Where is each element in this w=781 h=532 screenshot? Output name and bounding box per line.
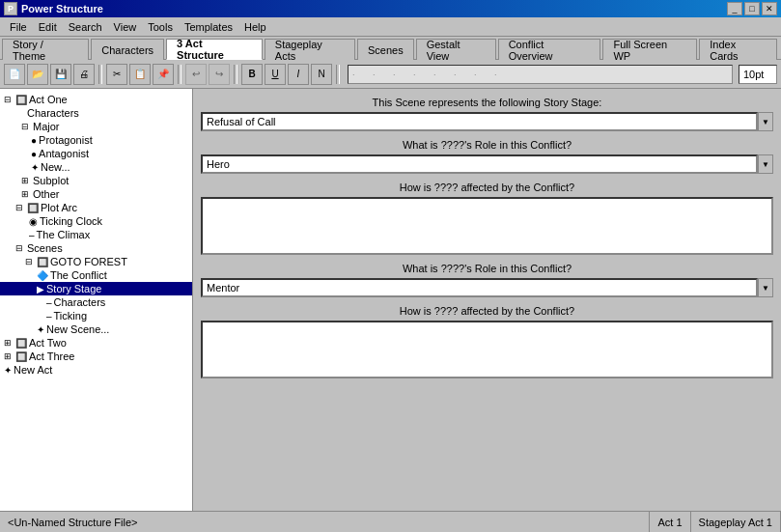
conflict1-role-arrow[interactable]: ▼ xyxy=(758,154,773,174)
conflict2-role-arrow[interactable]: ▼ xyxy=(758,278,773,297)
menu-templates[interactable]: Templates xyxy=(179,19,238,35)
normal-button[interactable]: N xyxy=(311,64,332,85)
new-button[interactable]: 📄 xyxy=(4,64,25,85)
tree-ticking[interactable]: – Ticking xyxy=(0,309,192,322)
tree-plot-arc[interactable]: ⊟ 🔲 Plot Arc xyxy=(0,201,192,214)
expand-forest-icon: ⊟ xyxy=(25,257,35,266)
tree-panel[interactable]: ⊟ 🔲 Act One Characters ⊟ Major ● Protago… xyxy=(0,89,193,511)
tree-ticking-clock[interactable]: ◉ Ticking Clock xyxy=(0,214,192,228)
tab-conflict[interactable]: Conflict Overview xyxy=(498,39,601,60)
scenes-folder-label: Scenes xyxy=(27,242,63,254)
menu-edit[interactable]: Edit xyxy=(33,19,63,35)
act-two-label: Act Two xyxy=(29,337,67,349)
story-stage-dropdown-row: Refusal of Call ▼ xyxy=(201,112,773,131)
tree-antagonist[interactable]: ● Antagonist xyxy=(0,147,192,160)
status-act: Act 1 xyxy=(650,512,690,532)
toolbar: 📄 📂 💾 🖨 ✂ 📋 📌 ↩ ↪ B U I N · · · · · · · … xyxy=(0,60,781,89)
underline-button[interactable]: U xyxy=(265,64,286,85)
tree-new-act[interactable]: ✦ New Act xyxy=(0,363,192,377)
tab-index[interactable]: Index Cards xyxy=(699,39,777,60)
conflict2-affected-textarea[interactable] xyxy=(201,321,773,378)
conflict1-role-label: What is ????'s Role in this Conflict? xyxy=(201,139,773,151)
conflict1-affected-textarea[interactable] xyxy=(201,197,773,255)
tree-story-stage[interactable]: ▶ Story Stage xyxy=(0,282,192,295)
new-scene-label: New Scene... xyxy=(46,323,109,335)
story-stage-dropdown[interactable]: Refusal of Call xyxy=(201,112,758,131)
menu-file[interactable]: File xyxy=(4,19,33,35)
menu-tools[interactable]: Tools xyxy=(142,19,179,35)
expand-act-one-icon: ⊟ xyxy=(4,95,14,104)
tree-subplot[interactable]: ⊞ Subplot xyxy=(0,174,192,187)
new-char-label: New... xyxy=(41,161,70,173)
open-button[interactable]: 📂 xyxy=(27,64,48,85)
tab-3act[interactable]: 3 Act Structure xyxy=(166,39,263,60)
tab-story-theme[interactable]: Story / Theme xyxy=(2,39,89,60)
copy-button[interactable]: 📋 xyxy=(129,64,151,85)
conflict1-section: What is ????'s Role in this Conflict? He… xyxy=(201,139,773,255)
story-stage-label: Story Stage xyxy=(46,283,101,294)
close-button[interactable]: ✕ xyxy=(762,2,777,15)
undo-button[interactable]: ↩ xyxy=(185,64,207,85)
cut-button[interactable]: ✂ xyxy=(106,64,127,85)
save-button[interactable]: 💾 xyxy=(50,64,71,85)
tab-scenes[interactable]: Scenes xyxy=(357,39,414,60)
conflict2-role-dropdown-row: Mentor ▼ xyxy=(201,278,773,297)
tab-fullscreen[interactable]: Full Screen WP xyxy=(602,39,697,60)
italic-button[interactable]: I xyxy=(288,64,309,85)
tab-gestalt[interactable]: Gestalt View xyxy=(416,39,496,60)
menu-search[interactable]: Search xyxy=(63,19,108,35)
antagonist-label: Antagonist xyxy=(39,148,89,159)
act-two-icon: 🔲 xyxy=(15,338,27,349)
tree-protagonist[interactable]: ● Protagonist xyxy=(0,133,192,147)
tab-characters[interactable]: Characters xyxy=(91,39,164,60)
tab-stageplay[interactable]: Stageplay Acts xyxy=(265,39,355,60)
toolbar-sep4 xyxy=(336,65,340,84)
story-stage-section-label: This Scene represents the following Stor… xyxy=(201,97,773,108)
tree-characters-folder[interactable]: Characters xyxy=(0,106,192,120)
subplot-label: Subplot xyxy=(33,175,69,186)
tree-act-two[interactable]: ⊞ 🔲 Act Two xyxy=(0,336,192,350)
conflict1-role-dropdown-row: Hero ▼ xyxy=(201,154,773,174)
expand-act-three-icon: ⊞ xyxy=(4,351,14,361)
font-size-display[interactable]: 10pt xyxy=(739,65,777,84)
ticking-icon: – xyxy=(46,311,52,322)
act-one-label: Act One xyxy=(29,94,68,105)
redo-button[interactable]: ↪ xyxy=(209,64,230,85)
conflict2-role-dropdown[interactable]: Mentor xyxy=(201,278,758,297)
tree-goto-forest[interactable]: ⊟ 🔲 GOTO FOREST xyxy=(0,255,192,268)
expand-other-icon: ⊞ xyxy=(21,189,31,199)
tree-climax[interactable]: – The Climax xyxy=(0,228,192,241)
tree-conflict[interactable]: 🔷 The Conflict xyxy=(0,268,192,282)
tree-major[interactable]: ⊟ Major xyxy=(0,120,192,133)
tree-other[interactable]: ⊞ Other xyxy=(0,187,192,201)
maximize-button[interactable]: □ xyxy=(744,2,760,15)
tree-act-three[interactable]: ⊞ 🔲 Act Three xyxy=(0,350,192,363)
act-one-icon: 🔲 xyxy=(15,95,27,105)
print-button[interactable]: 🖨 xyxy=(73,64,95,85)
toolbar-sep3 xyxy=(234,65,237,84)
paste-button[interactable]: 📌 xyxy=(153,64,174,85)
minimize-button[interactable]: _ xyxy=(727,2,742,15)
ticking-label: Ticking xyxy=(54,310,87,322)
title-bar-left: P Power Structure xyxy=(4,2,103,15)
story-stage-dropdown-arrow[interactable]: ▼ xyxy=(758,112,773,131)
act-three-label: Act Three xyxy=(29,350,75,362)
characters-folder-label: Characters xyxy=(27,107,79,119)
tree-act-one[interactable]: ⊟ 🔲 Act One xyxy=(0,93,192,106)
menu-help[interactable]: Help xyxy=(238,19,272,35)
forest-icon: 🔲 xyxy=(37,257,48,267)
tree-new-character[interactable]: ✦ New... xyxy=(0,160,192,174)
conflict1-role-value: Hero xyxy=(207,158,230,170)
conflict1-affected-label: How is ???? affected by the Conflict? xyxy=(201,182,773,193)
conflict-icon: 🔷 xyxy=(37,270,48,281)
conflict1-role-dropdown[interactable]: Hero xyxy=(201,154,758,174)
menu-view[interactable]: View xyxy=(108,19,143,35)
title-bar-buttons[interactable]: _ □ ✕ xyxy=(727,2,777,15)
bold-button[interactable]: B xyxy=(241,64,263,85)
title-bar: P Power Structure _ □ ✕ xyxy=(0,0,781,17)
tree-scenes-folder[interactable]: ⊟ Scenes xyxy=(0,241,192,255)
tree-new-scene[interactable]: ✦ New Scene... xyxy=(0,322,192,336)
climax-icon: – xyxy=(29,230,35,240)
tree-chars-sub[interactable]: – Characters xyxy=(0,295,192,309)
toolbar-sep2 xyxy=(178,65,181,84)
